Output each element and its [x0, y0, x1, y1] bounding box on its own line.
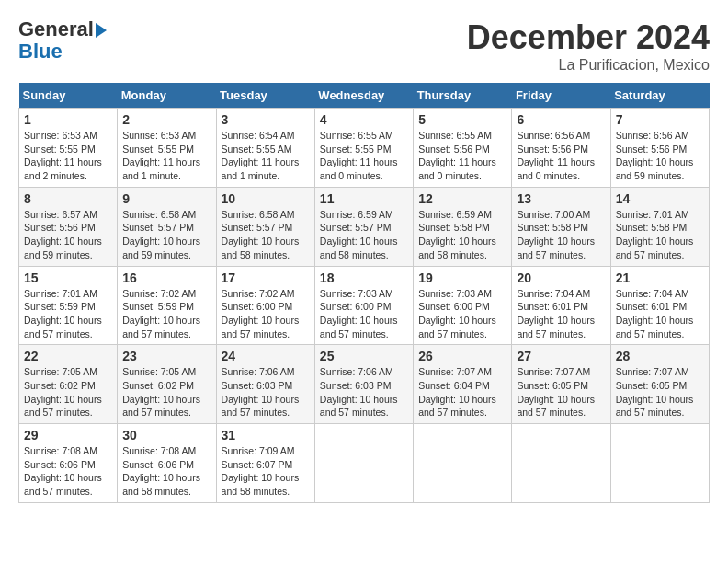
calendar-cell: 21 Sunrise: 7:04 AMSunset: 6:01 PMDaylig… — [610, 266, 709, 345]
calendar-header-row: SundayMondayTuesdayWednesdayThursdayFrid… — [19, 83, 710, 109]
day-number: 26 — [418, 349, 506, 363]
calendar-cell — [512, 424, 610, 503]
day-number: 27 — [517, 349, 605, 363]
calendar-week-5: 29 Sunrise: 7:08 AMSunset: 6:06 PMDaylig… — [19, 424, 710, 503]
calendar-cell: 23 Sunrise: 7:05 AMSunset: 6:02 PMDaylig… — [118, 345, 216, 424]
cell-info: Sunrise: 7:06 AMSunset: 6:03 PMDaylight:… — [320, 366, 398, 418]
cell-info: Sunrise: 7:04 AMSunset: 6:01 PMDaylight:… — [616, 288, 694, 339]
calendar-week-3: 15 Sunrise: 7:01 AMSunset: 5:59 PMDaylig… — [19, 266, 710, 345]
calendar-cell: 12 Sunrise: 6:59 AMSunset: 5:58 PMDaylig… — [414, 187, 512, 266]
day-number: 23 — [122, 349, 210, 363]
calendar-week-1: 1 Sunrise: 6:53 AMSunset: 5:55 PMDayligh… — [19, 109, 710, 188]
title-block: December 2024 La Purificacion, Mexico — [467, 18, 710, 74]
cell-info: Sunrise: 6:53 AMSunset: 5:55 PMDaylight:… — [24, 130, 102, 181]
day-number: 11 — [320, 191, 408, 206]
calendar-cell: 30 Sunrise: 7:08 AMSunset: 6:06 PMDaylig… — [118, 424, 216, 503]
day-number: 1 — [24, 112, 112, 127]
header-sunday: Sunday — [19, 83, 118, 109]
day-number: 6 — [517, 112, 605, 127]
calendar-cell — [314, 424, 413, 503]
location-title: La Purificacion, Mexico — [467, 57, 710, 74]
calendar-cell: 4 Sunrise: 6:55 AMSunset: 5:55 PMDayligh… — [314, 109, 413, 188]
calendar-cell: 2 Sunrise: 6:53 AMSunset: 5:55 PMDayligh… — [118, 109, 216, 188]
day-number: 16 — [122, 270, 210, 285]
calendar-cell — [414, 424, 512, 503]
calendar-cell: 22 Sunrise: 7:05 AMSunset: 6:02 PMDaylig… — [19, 345, 118, 424]
day-number: 22 — [24, 349, 112, 363]
calendar-cell: 25 Sunrise: 7:06 AMSunset: 6:03 PMDaylig… — [314, 345, 413, 424]
cell-info: Sunrise: 7:08 AMSunset: 6:06 PMDaylight:… — [122, 445, 200, 497]
cell-info: Sunrise: 7:09 AMSunset: 6:07 PMDaylight:… — [222, 445, 300, 497]
calendar-table: SundayMondayTuesdayWednesdayThursdayFrid… — [18, 83, 710, 503]
calendar-cell: 18 Sunrise: 7:03 AMSunset: 6:00 PMDaylig… — [314, 266, 413, 345]
cell-info: Sunrise: 7:06 AMSunset: 6:03 PMDaylight:… — [222, 366, 300, 418]
calendar-cell: 14 Sunrise: 7:01 AMSunset: 5:58 PMDaylig… — [610, 187, 709, 266]
day-number: 5 — [418, 112, 506, 127]
calendar-cell: 5 Sunrise: 6:55 AMSunset: 5:56 PMDayligh… — [414, 109, 512, 188]
logo-text: General — [18, 18, 107, 40]
calendar-cell: 7 Sunrise: 6:56 AMSunset: 5:56 PMDayligh… — [610, 109, 709, 188]
calendar-cell: 17 Sunrise: 7:02 AMSunset: 6:00 PMDaylig… — [216, 266, 314, 345]
day-number: 7 — [616, 112, 704, 127]
calendar-cell: 13 Sunrise: 7:00 AMSunset: 5:58 PMDaylig… — [512, 187, 610, 266]
calendar-cell — [610, 424, 709, 503]
cell-info: Sunrise: 6:53 AMSunset: 5:55 PMDaylight:… — [122, 130, 200, 181]
calendar-cell: 24 Sunrise: 7:06 AMSunset: 6:03 PMDaylig… — [216, 345, 314, 424]
calendar-cell: 20 Sunrise: 7:04 AMSunset: 6:01 PMDaylig… — [512, 266, 610, 345]
calendar-cell: 1 Sunrise: 6:53 AMSunset: 5:55 PMDayligh… — [19, 109, 118, 188]
cell-info: Sunrise: 6:59 AMSunset: 5:57 PMDaylight:… — [320, 209, 398, 260]
calendar-cell: 8 Sunrise: 6:57 AMSunset: 5:56 PMDayligh… — [19, 187, 118, 266]
cell-info: Sunrise: 7:01 AMSunset: 5:59 PMDaylight:… — [24, 288, 102, 339]
day-number: 17 — [222, 270, 310, 285]
day-number: 30 — [122, 428, 210, 442]
calendar-cell: 28 Sunrise: 7:07 AMSunset: 6:05 PMDaylig… — [610, 345, 709, 424]
calendar-cell: 26 Sunrise: 7:07 AMSunset: 6:04 PMDaylig… — [414, 345, 512, 424]
month-title: December 2024 — [467, 18, 710, 57]
calendar-cell: 11 Sunrise: 6:59 AMSunset: 5:57 PMDaylig… — [314, 187, 413, 266]
day-number: 13 — [517, 191, 605, 206]
day-number: 14 — [616, 191, 704, 206]
calendar-cell: 10 Sunrise: 6:58 AMSunset: 5:57 PMDaylig… — [216, 187, 314, 266]
logo: General Blue — [18, 18, 107, 63]
calendar-week-2: 8 Sunrise: 6:57 AMSunset: 5:56 PMDayligh… — [19, 187, 710, 266]
cell-info: Sunrise: 7:01 AMSunset: 5:58 PMDaylight:… — [616, 209, 694, 260]
day-number: 12 — [418, 191, 506, 206]
logo-subtext: Blue — [18, 40, 63, 63]
cell-info: Sunrise: 6:55 AMSunset: 5:55 PMDaylight:… — [320, 130, 398, 181]
calendar-cell: 3 Sunrise: 6:54 AMSunset: 5:55 AMDayligh… — [216, 109, 314, 188]
day-number: 10 — [222, 191, 310, 206]
cell-info: Sunrise: 7:05 AMSunset: 6:02 PMDaylight:… — [122, 366, 200, 418]
calendar-cell: 19 Sunrise: 7:03 AMSunset: 6:00 PMDaylig… — [414, 266, 512, 345]
day-number: 2 — [122, 112, 210, 127]
cell-info: Sunrise: 6:56 AMSunset: 5:56 PMDaylight:… — [616, 130, 694, 181]
cell-info: Sunrise: 6:58 AMSunset: 5:57 PMDaylight:… — [222, 209, 300, 260]
cell-info: Sunrise: 7:07 AMSunset: 6:05 PMDaylight:… — [517, 366, 595, 418]
header-saturday: Saturday — [610, 83, 709, 109]
cell-info: Sunrise: 7:03 AMSunset: 6:00 PMDaylight:… — [320, 288, 398, 339]
calendar-cell: 27 Sunrise: 7:07 AMSunset: 6:05 PMDaylig… — [512, 345, 610, 424]
day-number: 4 — [320, 112, 408, 127]
day-number: 3 — [222, 112, 310, 127]
calendar-cell: 6 Sunrise: 6:56 AMSunset: 5:56 PMDayligh… — [512, 109, 610, 188]
cell-info: Sunrise: 6:57 AMSunset: 5:56 PMDaylight:… — [24, 209, 102, 260]
calendar-week-4: 22 Sunrise: 7:05 AMSunset: 6:02 PMDaylig… — [19, 345, 710, 424]
day-number: 19 — [418, 270, 506, 285]
calendar-cell: 16 Sunrise: 7:02 AMSunset: 5:59 PMDaylig… — [118, 266, 216, 345]
cell-info: Sunrise: 6:56 AMSunset: 5:56 PMDaylight:… — [517, 130, 595, 181]
cell-info: Sunrise: 7:02 AMSunset: 6:00 PMDaylight:… — [222, 288, 300, 339]
calendar-cell: 15 Sunrise: 7:01 AMSunset: 5:59 PMDaylig… — [19, 266, 118, 345]
cell-info: Sunrise: 7:07 AMSunset: 6:04 PMDaylight:… — [418, 366, 496, 418]
cell-info: Sunrise: 7:00 AMSunset: 5:58 PMDaylight:… — [517, 209, 595, 260]
header-thursday: Thursday — [414, 83, 512, 109]
calendar-cell: 9 Sunrise: 6:58 AMSunset: 5:57 PMDayligh… — [118, 187, 216, 266]
cell-info: Sunrise: 7:04 AMSunset: 6:01 PMDaylight:… — [517, 288, 595, 339]
cell-info: Sunrise: 7:03 AMSunset: 6:00 PMDaylight:… — [418, 288, 496, 339]
day-number: 9 — [122, 191, 210, 206]
day-number: 15 — [24, 270, 112, 285]
day-number: 8 — [24, 191, 112, 206]
header-wednesday: Wednesday — [314, 83, 413, 109]
day-number: 18 — [320, 270, 408, 285]
cell-info: Sunrise: 7:08 AMSunset: 6:06 PMDaylight:… — [24, 445, 102, 497]
header-tuesday: Tuesday — [216, 83, 314, 109]
cell-info: Sunrise: 7:02 AMSunset: 5:59 PMDaylight:… — [122, 288, 200, 339]
